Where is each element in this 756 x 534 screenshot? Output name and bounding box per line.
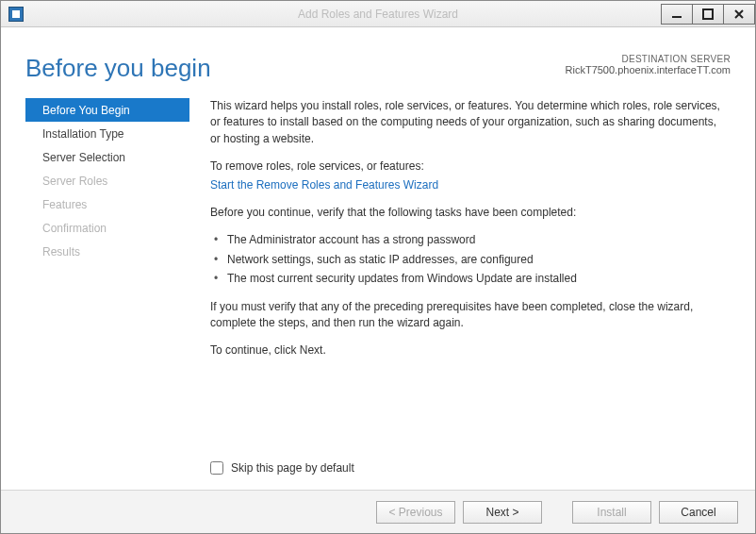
sidebar-item-server-roles: Server Roles [25,169,189,192]
main-area: Before You Begin Installation Type Serve… [25,98,731,454]
intro-text: This wizard helps you install roles, rol… [210,98,727,147]
destination-value: RickT7500.phoenix.interfaceTT.com [566,64,731,75]
skip-label: Skip this page by default [231,461,354,475]
cancel-button[interactable]: Cancel [659,501,738,524]
sidebar-item-label: Confirmation [42,222,107,235]
remove-wizard-link[interactable]: Start the Remove Roles and Features Wiza… [210,178,438,192]
continue-note: To continue, click Next. [210,342,727,359]
titlebar: Add Roles and Features Wizard [1,1,755,27]
sidebar-item-before-you-begin[interactable]: Before You Begin [25,98,189,122]
list-item: The Administrator account has a strong p… [214,232,727,248]
list-item: The most current security updates from W… [214,271,727,287]
sidebar-item-label: Server Roles [42,175,107,188]
sidebar-item-label: Results [42,245,80,259]
sidebar-item-features: Features [25,192,189,216]
close-icon [733,8,745,20]
skip-row: Skip this page by default [25,454,731,480]
skip-checkbox[interactable] [210,461,223,475]
maximize-icon [702,8,714,20]
window-title: Add Roles and Features Wizard [1,8,755,21]
minimize-icon [671,8,682,20]
destination-label: DESTINATION SERVER [566,54,731,64]
minimize-button[interactable] [661,4,693,25]
svg-rect-0 [672,16,682,18]
close-note: If you must verify that any of the prece… [210,299,727,332]
page-title: Before you begin [25,54,211,83]
list-item: Network settings, such as static IP addr… [214,252,727,268]
close-button[interactable] [723,4,755,25]
sidebar-item-label: Server Selection [42,151,125,164]
sidebar: Before You Begin Installation Type Serve… [25,98,189,454]
prereq-list: The Administrator account has a strong p… [214,232,727,287]
sidebar-item-label: Installation Type [42,127,124,141]
svg-rect-1 [703,9,713,19]
previous-button: < Previous [376,501,455,524]
app-icon [8,7,24,22]
wizard-body: Before you begin DESTINATION SERVER Rick… [1,27,755,490]
content-pane: This wizard helps you install roles, rol… [189,98,731,454]
sidebar-item-confirmation: Confirmation [25,216,189,240]
install-button: Install [572,501,651,524]
maximize-button[interactable] [692,4,724,25]
sidebar-item-server-selection[interactable]: Server Selection [25,145,189,169]
sidebar-item-label: Before You Begin [42,104,130,117]
sidebar-item-label: Features [42,198,87,211]
sidebar-item-installation-type[interactable]: Installation Type [25,122,189,145]
footer: < Previous Next > Install Cancel [1,490,755,533]
sidebar-item-results: Results [25,240,189,263]
header-row: Before you begin DESTINATION SERVER Rick… [25,54,731,83]
remove-lead: To remove roles, role services, or featu… [210,159,727,175]
verify-lead: Before you continue, verify that the fol… [210,205,727,221]
next-button[interactable]: Next > [463,501,542,524]
window-controls [661,4,755,25]
destination-block: DESTINATION SERVER RickT7500.phoenix.int… [566,54,731,75]
wizard-window: Add Roles and Features Wizard Before you… [0,0,756,534]
